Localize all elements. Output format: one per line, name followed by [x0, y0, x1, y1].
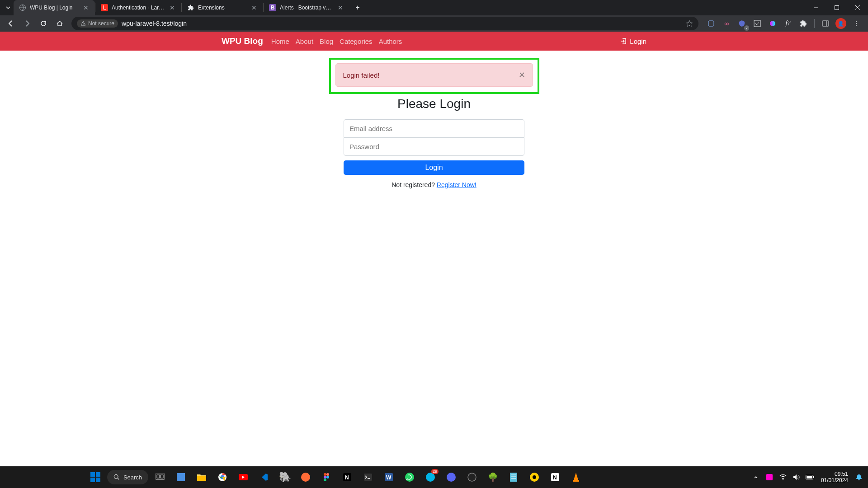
side-panel-icon[interactable] — [819, 17, 832, 30]
extension-icon[interactable] — [705, 17, 717, 30]
taskbar-app-icon[interactable]: 🐘 — [276, 468, 294, 486]
extension-icons: ∞ 7 f? 👤 ⋮ — [703, 17, 864, 30]
svg-rect-37 — [510, 473, 517, 482]
tray-app-icon[interactable] — [764, 470, 775, 484]
close-window-button[interactable] — [847, 0, 868, 15]
taskbar-search[interactable]: Search — [107, 470, 148, 484]
chrome-menu-icon[interactable]: ⋮ — [850, 17, 863, 30]
warning-icon — [80, 21, 86, 26]
start-button[interactable] — [86, 468, 104, 486]
app-badge: 29 — [431, 469, 439, 474]
bootstrap-icon: B — [269, 4, 276, 11]
browser-tab[interactable]: B Alerts · Bootstrap v5.3 ✕ — [264, 0, 349, 15]
forward-button[interactable] — [20, 16, 34, 31]
close-icon[interactable]: ✕ — [250, 4, 258, 11]
taskbar-app-icon[interactable] — [172, 468, 190, 486]
nav-link-categories[interactable]: Categories — [340, 38, 373, 45]
bookmark-star-icon[interactable] — [686, 20, 693, 27]
battery-icon[interactable] — [805, 470, 816, 484]
nav-link-authors[interactable]: Authors — [379, 38, 402, 45]
postman-icon[interactable] — [297, 468, 315, 486]
extension-icon[interactable]: 7 — [736, 17, 748, 30]
alert-message: Login failed! — [343, 71, 380, 79]
discord-icon[interactable] — [442, 468, 460, 486]
close-icon[interactable]: ✕ — [337, 4, 344, 11]
svg-rect-18 — [197, 476, 206, 481]
extension-icon[interactable] — [751, 17, 764, 30]
nav-login-link[interactable]: Login — [620, 38, 646, 45]
svg-point-25 — [324, 476, 326, 479]
chrome-icon[interactable] — [213, 468, 231, 486]
figma-icon[interactable] — [317, 468, 335, 486]
clock-date: 01/01/2024 — [821, 477, 848, 483]
whatsapp-icon[interactable] — [401, 468, 419, 486]
wifi-icon[interactable] — [778, 470, 788, 484]
svg-rect-8 — [90, 472, 95, 477]
tray-chevron-icon[interactable] — [750, 470, 761, 484]
password-input[interactable] — [344, 137, 524, 156]
extensions-menu-icon[interactable] — [797, 17, 810, 30]
file-explorer-icon[interactable] — [193, 468, 211, 486]
maximize-button[interactable] — [826, 0, 847, 15]
close-icon[interactable]: ✕ — [82, 4, 90, 11]
svg-text:N: N — [553, 474, 557, 481]
task-view-icon[interactable] — [151, 468, 169, 486]
svg-rect-17 — [177, 473, 185, 481]
extension-icon[interactable]: f? — [782, 17, 794, 30]
tab-title: Alerts · Bootstrap v5.3 — [280, 5, 333, 11]
notion-icon[interactable]: N — [546, 468, 564, 486]
obs-icon[interactable] — [463, 468, 481, 486]
notepad-icon[interactable] — [505, 468, 523, 486]
taskbar-clock[interactable]: 09:51 01/01/2024 — [818, 471, 851, 483]
minimize-button[interactable] — [806, 0, 826, 15]
tabs-dropdown-button[interactable] — [3, 2, 14, 13]
svg-text:N: N — [345, 474, 349, 481]
extension-badge: 7 — [744, 25, 749, 31]
not-secure-chip[interactable]: Not secure — [77, 19, 118, 28]
svg-point-42 — [533, 475, 536, 479]
svg-point-22 — [301, 473, 310, 482]
svg-rect-49 — [813, 476, 814, 478]
brand-link[interactable]: WPU Blog — [222, 36, 263, 46]
svg-text:W: W — [386, 474, 392, 481]
terminal-icon[interactable] — [359, 468, 377, 486]
email-input[interactable] — [344, 119, 524, 137]
extension-icon[interactable] — [766, 17, 779, 30]
browser-tab[interactable]: L Authentication - Laravel 8.x - Th ✕ — [95, 0, 181, 15]
close-icon[interactable]: ✕ — [169, 4, 176, 11]
nav-link-home[interactable]: Home — [271, 38, 289, 45]
vscode-icon[interactable] — [255, 468, 273, 486]
taskbar-app-icon[interactable] — [525, 468, 543, 486]
vlc-icon[interactable] — [567, 468, 585, 486]
extension-icon[interactable]: ∞ — [720, 17, 733, 30]
svg-rect-45 — [573, 480, 579, 482]
login-button[interactable]: Login — [344, 160, 524, 175]
page-content: WPU Blog Home About Blog Categories Auth… — [0, 32, 868, 466]
taskbar-app-icon[interactable]: 29 — [421, 468, 439, 486]
svg-rect-15 — [157, 475, 160, 478]
browser-tab[interactable]: Extensions ✕ — [182, 0, 263, 15]
nav-link-blog[interactable]: Blog — [320, 38, 333, 45]
browser-tab[interactable]: WPU Blog | Login ✕ — [14, 0, 95, 15]
register-link[interactable]: Register Now! — [437, 181, 476, 188]
youtube-icon[interactable] — [234, 468, 252, 486]
home-button[interactable] — [52, 16, 67, 31]
nav-login-label: Login — [630, 38, 646, 45]
clock-time: 09:51 — [821, 471, 848, 477]
svg-rect-9 — [96, 472, 100, 477]
taskbar-app-icon[interactable]: 🌳 — [484, 468, 502, 486]
alert-close-button[interactable]: ✕ — [519, 70, 525, 80]
address-bar[interactable]: Not secure wpu-laravel-8.test/login — [71, 17, 698, 30]
notion-icon[interactable]: N — [338, 468, 356, 486]
svg-point-12 — [114, 474, 118, 479]
notifications-icon[interactable] — [854, 470, 864, 484]
svg-point-27 — [324, 479, 326, 481]
volume-icon[interactable] — [791, 470, 802, 484]
word-icon[interactable]: W — [380, 468, 398, 486]
svg-rect-16 — [160, 475, 163, 478]
new-tab-button[interactable]: + — [351, 1, 364, 14]
nav-link-about[interactable]: About — [296, 38, 313, 45]
reload-button[interactable] — [36, 16, 51, 31]
back-button[interactable] — [4, 16, 18, 31]
profile-avatar[interactable]: 👤 — [835, 17, 847, 30]
